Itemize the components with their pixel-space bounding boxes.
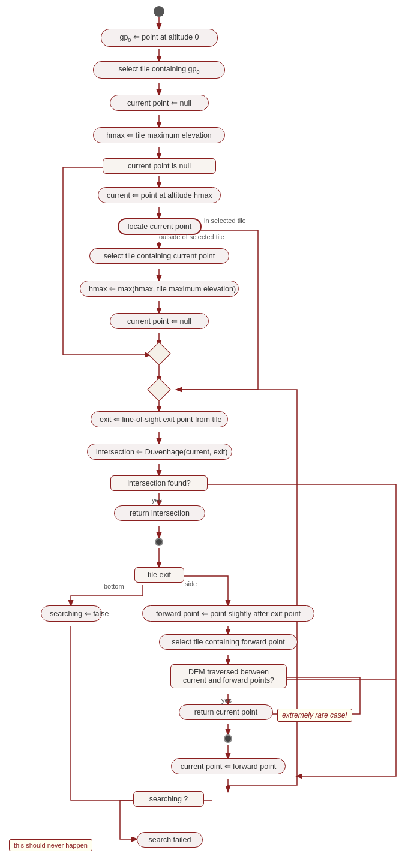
terminal-t2: [224, 734, 232, 743]
decision-current-null: current point is null: [103, 158, 216, 174]
node-hmax-1: hmax ⇐ tile maximum elevation: [93, 127, 225, 143]
node-forward-point: forward point ⇐ point slightly after exi…: [142, 605, 314, 622]
node-select-tile-forward: select tile containing forward point: [159, 634, 298, 650]
label-in-selected: in selected tile: [204, 217, 246, 224]
node-hmax-max: hmax ⇐ max(hmax, tile maximum elevation): [80, 281, 239, 297]
label-yes-d4: yes: [152, 496, 162, 504]
flowchart-diagram: gp0 ⇐ point at altitude 0 select tile co…: [0, 0, 414, 868]
node-current-null-1: current point ⇐ null: [110, 95, 209, 111]
node-gp0: gp0 ⇐ point at altitude 0: [101, 29, 218, 47]
node-locate: locate current point: [118, 218, 202, 235]
node-select-tile-current: select tile containing current point: [89, 248, 229, 264]
decision-searching: searching ?: [133, 791, 204, 807]
label-bottom: bottom: [104, 583, 124, 590]
node-exit: exit ⇐ line-of-sight exit point from til…: [91, 411, 228, 427]
decision-tile-exit: tile exit: [134, 567, 184, 583]
node-return-current: return current point: [179, 704, 273, 720]
terminal-t1: [155, 538, 163, 546]
node-current-hmax: current ⇐ point at altitude hmax: [98, 187, 221, 203]
node-searching-false: searching ⇐ false: [41, 605, 102, 622]
node-select-tile-gp0: select tile containing gp0: [93, 61, 225, 79]
decision-d2: [147, 342, 171, 366]
node-search-failed: search failed: [137, 832, 203, 848]
decision-d3: [147, 378, 171, 402]
node-current-forward: current point ⇐ forward point: [171, 758, 286, 774]
node-current-null-2: current point ⇐ null: [110, 313, 209, 329]
start-terminal: [154, 6, 164, 17]
node-return-intersection: return intersection: [114, 505, 205, 521]
label-yes-d6: yes: [221, 697, 232, 704]
label-side: side: [185, 580, 197, 587]
decision-intersection: intersection found?: [110, 475, 208, 491]
node-intersection: intersection ⇐ Duvenhage(current, exit): [87, 444, 232, 460]
label-outside: outside of selected tile: [159, 233, 224, 240]
note-never-happen: this should never happen: [9, 839, 92, 851]
note-extreme-rare: extremely rare case!: [277, 709, 352, 722]
decision-dem: DEM traversed betweencurrent and forward…: [170, 664, 287, 688]
